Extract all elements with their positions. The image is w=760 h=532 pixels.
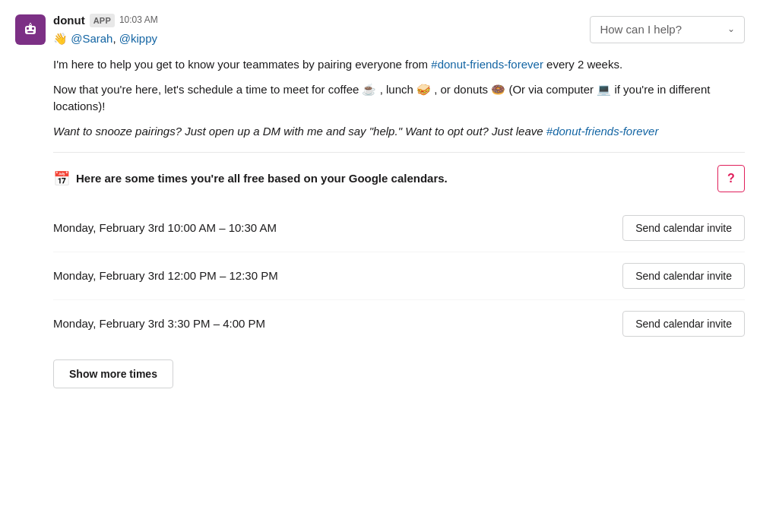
calendar-icon: 📅 xyxy=(53,169,70,188)
paragraph-3: Want to snooze pairings? Just open up a … xyxy=(53,123,745,141)
calendar-section: 📅 Here are some times you're all free ba… xyxy=(53,165,745,388)
help-dropdown[interactable]: How can I help? ⌄ xyxy=(590,16,745,43)
avatar xyxy=(15,14,46,45)
calendar-header-left: 📅 Here are some times you're all free ba… xyxy=(53,169,448,188)
sender-row: donut APP 10:03 AM xyxy=(53,12,158,29)
donut-friends-link-2[interactable]: #donut-friends-forever xyxy=(546,125,659,138)
wave-emoji: 👋 xyxy=(53,32,68,45)
send-calendar-invite-button[interactable]: Send calendar invite xyxy=(622,263,745,289)
message-body: I'm here to help you get to know your te… xyxy=(53,56,745,140)
send-calendar-invite-button[interactable]: Send calendar invite xyxy=(622,311,745,337)
section-divider xyxy=(53,152,745,153)
time-slot-label: Monday, February 3rd 3:30 PM – 4:00 PM xyxy=(53,315,265,332)
svg-rect-1 xyxy=(25,26,36,34)
svg-rect-3 xyxy=(32,27,34,30)
time-slot-row: Monday, February 3rd 3:30 PM – 4:00 PMSe… xyxy=(53,300,745,347)
svg-rect-4 xyxy=(27,31,33,33)
mention-kippy[interactable]: @kippy xyxy=(119,32,157,45)
paragraph-2: Now that you're here, let's schedule a t… xyxy=(53,81,745,116)
timestamp: 10:03 AM xyxy=(119,14,158,27)
message-container: donut APP 10:03 AM 👋 @Sarah, @kippy How … xyxy=(0,0,760,401)
message-header: donut APP 10:03 AM 👋 @Sarah, @kippy How … xyxy=(15,12,745,47)
time-slot-row: Monday, February 3rd 10:00 AM – 10:30 AM… xyxy=(53,204,745,252)
time-slot-label: Monday, February 3rd 12:00 PM – 12:30 PM xyxy=(53,268,278,284)
sender-name: donut xyxy=(53,12,85,29)
send-calendar-invite-button[interactable]: Send calendar invite xyxy=(622,215,745,241)
mention-row: 👋 @Sarah, @kippy xyxy=(53,30,158,47)
app-badge: APP xyxy=(90,14,115,27)
paragraph-1: I'm here to help you get to know your te… xyxy=(53,56,745,74)
chevron-down-icon: ⌄ xyxy=(727,23,735,36)
time-slot-label: Monday, February 3rd 10:00 AM – 10:30 AM xyxy=(53,220,277,236)
help-placeholder-text: How can I help? xyxy=(600,21,682,38)
donut-friends-link-1[interactable]: #donut-friends-forever xyxy=(431,58,543,71)
question-button[interactable]: ? xyxy=(717,165,745,192)
svg-point-6 xyxy=(30,23,32,25)
svg-rect-2 xyxy=(27,27,29,30)
time-slot-row: Monday, February 3rd 12:00 PM – 12:30 PM… xyxy=(53,252,745,300)
calendar-header: 📅 Here are some times you're all free ba… xyxy=(53,165,745,192)
sender-info: donut APP 10:03 AM 👋 @Sarah, @kippy xyxy=(53,12,158,47)
mention-sarah[interactable]: @Sarah xyxy=(71,32,112,45)
header-left: donut APP 10:03 AM 👋 @Sarah, @kippy xyxy=(15,12,158,47)
calendar-header-text: Here are some times you're all free base… xyxy=(76,170,448,187)
show-more-times-button[interactable]: Show more times xyxy=(53,359,173,388)
time-slots-list: Monday, February 3rd 10:00 AM – 10:30 AM… xyxy=(53,204,745,347)
